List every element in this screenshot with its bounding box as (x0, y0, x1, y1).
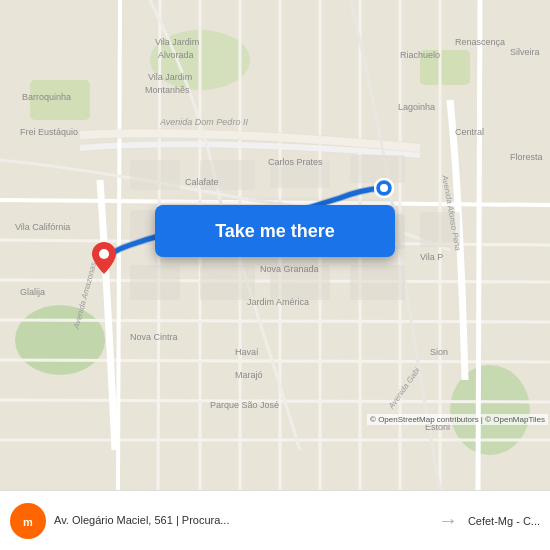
svg-text:Frei Eustáquio: Frei Eustáquio (20, 127, 78, 137)
svg-text:Calafate: Calafate (185, 177, 219, 187)
footer-arrow: → (438, 509, 458, 532)
svg-text:Alvorada: Alvorada (158, 50, 194, 60)
svg-rect-6 (130, 160, 180, 190)
svg-text:Vila P: Vila P (420, 252, 443, 262)
svg-text:Glalija: Glalija (20, 287, 45, 297)
svg-text:Nova Granada: Nova Granada (260, 264, 319, 274)
svg-point-1 (15, 305, 105, 375)
svg-text:Lagoinha: Lagoinha (398, 102, 435, 112)
svg-text:Vila Jardim: Vila Jardim (148, 72, 192, 82)
svg-text:Marajó: Marajó (235, 370, 263, 380)
svg-text:Vila Califórnia: Vila Califórnia (15, 222, 70, 232)
take-me-there-button[interactable]: Take me there (155, 205, 395, 257)
origin-pin (92, 242, 116, 278)
svg-text:Nova Cintra: Nova Cintra (130, 332, 178, 342)
svg-text:Sion: Sion (430, 347, 448, 357)
svg-text:Central: Central (455, 127, 484, 137)
svg-text:Havaí: Havaí (235, 347, 259, 357)
svg-text:Barroquinha: Barroquinha (22, 92, 71, 102)
svg-text:Carlos Prates: Carlos Prates (268, 157, 323, 167)
svg-text:Montanhês: Montanhês (145, 85, 190, 95)
svg-text:Riachuelo: Riachuelo (400, 50, 440, 60)
svg-point-51 (380, 184, 388, 192)
footer-origin-text: Av. Olegário Maciel, 561 | Procura... (54, 513, 428, 527)
svg-text:Floresta: Floresta (510, 152, 543, 162)
footer-destination-text: Cefet-Mg - C... (468, 515, 540, 527)
svg-text:Parque São José: Parque São José (210, 400, 279, 410)
svg-text:Renascença: Renascença (455, 37, 505, 47)
svg-text:Jardim América: Jardim América (247, 297, 309, 307)
destination-pin (374, 178, 394, 202)
svg-point-49 (99, 249, 109, 259)
svg-rect-15 (130, 265, 180, 300)
svg-text:Avenida Dom Pedro II: Avenida Dom Pedro II (159, 117, 248, 127)
svg-text:m: m (23, 516, 33, 528)
svg-text:Vila Jardim: Vila Jardim (155, 37, 199, 47)
svg-text:Silveira: Silveira (510, 47, 540, 57)
svg-rect-16 (200, 265, 255, 300)
svg-rect-18 (350, 265, 405, 300)
moovit-logo: m (10, 503, 46, 539)
footer: m Av. Olegário Maciel, 561 | Procura... … (0, 490, 550, 550)
osm-attribution: © OpenStreetMap contributors | © OpenMap… (367, 414, 548, 425)
map-container: Barroquinha Vila Jardim Alvorada Vila Ja… (0, 0, 550, 490)
